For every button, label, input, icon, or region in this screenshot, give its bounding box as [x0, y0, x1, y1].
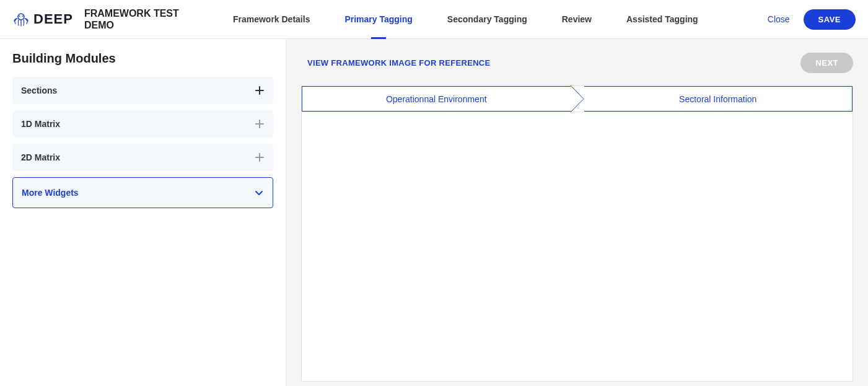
module-more-widgets[interactable]: More Widgets — [12, 177, 273, 208]
module-label: 2D Matrix — [21, 152, 60, 162]
tab-primary-tagging[interactable]: Primary Tagging — [344, 0, 412, 38]
step-operational-environment[interactable]: Operationnal Environment — [302, 86, 571, 112]
module-sections[interactable]: Sections — [12, 77, 273, 104]
next-button[interactable]: NEXT — [800, 53, 853, 73]
save-button[interactable]: SAVE — [804, 9, 856, 30]
tab-assisted-tagging[interactable]: Assisted Tagging — [626, 0, 698, 38]
logo-text: DEEP — [33, 11, 73, 27]
logo: DEEP — [12, 11, 73, 28]
tab-review[interactable]: Review — [562, 0, 592, 38]
main: Building Modules Sections 1D Matrix 2D M… — [0, 39, 868, 386]
view-framework-image-link[interactable]: VIEW FRAMEWORK IMAGE FOR REFERENCE — [307, 58, 490, 68]
content-toolbar: VIEW FRAMEWORK IMAGE FOR REFERENCE NEXT — [301, 53, 853, 73]
module-label: Sections — [21, 86, 57, 95]
stepper-arrow-icon — [571, 86, 584, 112]
sidebar-title: Building Modules — [12, 51, 273, 66]
plus-icon — [255, 86, 265, 95]
content: VIEW FRAMEWORK IMAGE FOR REFERENCE NEXT … — [286, 39, 868, 386]
stepper: Operationnal Environment Sectoral Inform… — [302, 86, 853, 112]
panel: Operationnal Environment Sectoral Inform… — [301, 86, 853, 382]
header-tabs: Framework Details Primary Tagging Second… — [233, 0, 698, 38]
module-label: 1D Matrix — [21, 119, 60, 129]
tab-framework-details[interactable]: Framework Details — [233, 0, 310, 38]
svg-point-0 — [18, 14, 24, 20]
app-logo-icon — [12, 11, 30, 28]
header-actions: Close SAVE — [768, 9, 856, 30]
svg-point-2 — [22, 15, 24, 17]
tab-secondary-tagging[interactable]: Secondary Tagging — [447, 0, 527, 38]
close-link[interactable]: Close — [768, 14, 790, 24]
module-2d-matrix[interactable]: 2D Matrix — [12, 144, 273, 171]
sidebar: Building Modules Sections 1D Matrix 2D M… — [0, 39, 286, 386]
plus-icon — [255, 152, 265, 162]
header: DEEP FRAMEWORK TEST DEMO Framework Detai… — [0, 0, 868, 39]
step-sectoral-information[interactable]: Sectoral Information — [584, 86, 853, 112]
module-1d-matrix[interactable]: 1D Matrix — [12, 110, 273, 138]
plus-icon — [255, 119, 265, 129]
module-label: More Widgets — [22, 188, 79, 198]
chevron-down-icon — [254, 188, 264, 198]
project-title: FRAMEWORK TEST DEMO — [84, 7, 196, 31]
svg-point-1 — [19, 15, 20, 17]
